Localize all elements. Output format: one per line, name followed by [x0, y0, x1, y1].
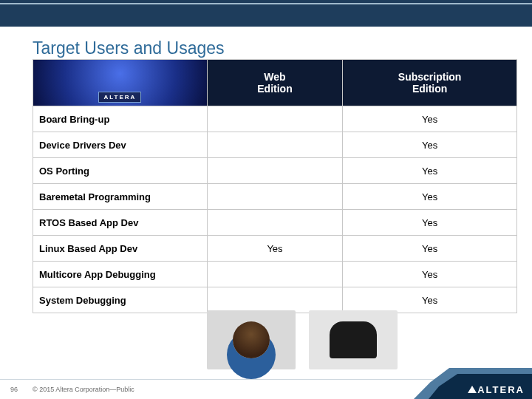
copyright-text: © 2015 Altera Corporation—Public [33, 386, 134, 393]
web-edition-value [207, 132, 342, 158]
user-photo-hardware-tech [309, 310, 398, 369]
comparison-table: ALTERA WebEdition SubscriptionEdition Bo… [33, 59, 517, 313]
subscription-edition-value: Yes [343, 158, 517, 184]
triangle-icon [468, 386, 477, 393]
user-photos [207, 310, 398, 369]
web-edition-value [207, 158, 342, 184]
footer-logo-text: ALTERA [467, 384, 525, 395]
table-row: Board Bring-upYes [33, 106, 517, 132]
slide-footer: 96 © 2015 Altera Corporation—Public ALTE… [0, 379, 532, 399]
web-edition-value [207, 184, 342, 210]
product-box-art: ALTERA [33, 60, 207, 106]
feature-label: Baremetal Programming [33, 184, 208, 210]
feature-label: Device Drivers Dev [33, 132, 208, 158]
feature-label: OS Porting [33, 158, 208, 184]
subscription-edition-value: Yes [343, 210, 517, 236]
column-header-web: WebEdition [207, 60, 342, 106]
web-edition-value [207, 287, 342, 313]
web-edition-value [207, 106, 342, 132]
web-edition-value: Yes [207, 236, 342, 262]
subscription-edition-value: Yes [343, 236, 517, 262]
feature-label: Multicore App Debugging [33, 262, 208, 287]
user-photo-developer [207, 310, 296, 369]
table-row: Linux Based App DevYesYes [33, 236, 517, 262]
web-edition-value [207, 262, 342, 287]
subscription-edition-value: Yes [343, 106, 517, 132]
footer-brand: ALTERA [414, 368, 532, 399]
product-box-brand: ALTERA [98, 92, 141, 103]
table-row: Multicore App DebuggingYes [33, 262, 517, 287]
table-row: RTOS Based App DevYes [33, 210, 517, 236]
table-header-row: ALTERA WebEdition SubscriptionEdition [33, 60, 517, 106]
column-header-subscription: SubscriptionEdition [343, 60, 517, 106]
subscription-edition-value: Yes [343, 132, 517, 158]
table-row: System DebuggingYes [33, 287, 517, 313]
subscription-edition-value: Yes [343, 287, 517, 313]
table-row: OS PortingYes [33, 158, 517, 184]
slide-title: Target Users and Usages [33, 38, 225, 58]
web-edition-value [207, 210, 342, 236]
feature-label: Linux Based App Dev [33, 236, 208, 262]
product-logo-cell: ALTERA [33, 60, 208, 106]
table-row: Device Drivers DevYes [33, 132, 517, 158]
top-brand-band [0, 0, 532, 27]
feature-label: Board Bring-up [33, 106, 208, 132]
subscription-edition-value: Yes [343, 184, 517, 210]
feature-label: System Debugging [33, 287, 208, 313]
feature-label: RTOS Based App Dev [33, 210, 208, 236]
table-row: Baremetal ProgrammingYes [33, 184, 517, 210]
subscription-edition-value: Yes [343, 262, 517, 287]
page-number: 96 [10, 386, 18, 393]
